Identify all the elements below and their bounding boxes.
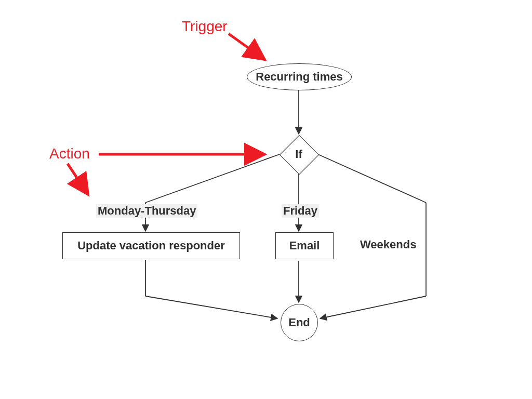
node-decision-label: If [295, 148, 302, 161]
annotation-arrow-trigger [229, 34, 265, 60]
edge-label-branch-b: Friday [282, 204, 319, 218]
node-end-circle: End [281, 304, 318, 341]
node-start-ellipse: Recurring times [247, 63, 352, 90]
node-action-a-rect: Update vacation responder [62, 232, 240, 259]
flowchart-canvas: Trigger Action Recurring times If Monday… [0, 0, 532, 399]
edge-decision-branch-a-diag [145, 154, 280, 203]
node-action-a-label: Update vacation responder [77, 239, 225, 252]
node-action-b-label: Email [289, 239, 320, 252]
annotation-trigger-text: Trigger [182, 18, 228, 35]
annotation-action-text: Action [49, 145, 90, 162]
node-decision-diamond: If [285, 141, 312, 168]
node-end-label: End [288, 316, 310, 329]
edge-decision-branch-c-in [320, 296, 426, 318]
edge-branch-a-end-in [145, 296, 277, 318]
node-action-b-rect: Email [275, 232, 334, 259]
node-start-label: Recurring times [256, 70, 343, 84]
connectors-layer [0, 0, 532, 399]
edge-label-branch-c: Weekends [358, 238, 418, 251]
edge-label-branch-a: Monday-Thursday [96, 204, 197, 218]
annotation-arrow-action-short [68, 164, 88, 195]
edge-decision-branch-c-diag [318, 154, 426, 203]
